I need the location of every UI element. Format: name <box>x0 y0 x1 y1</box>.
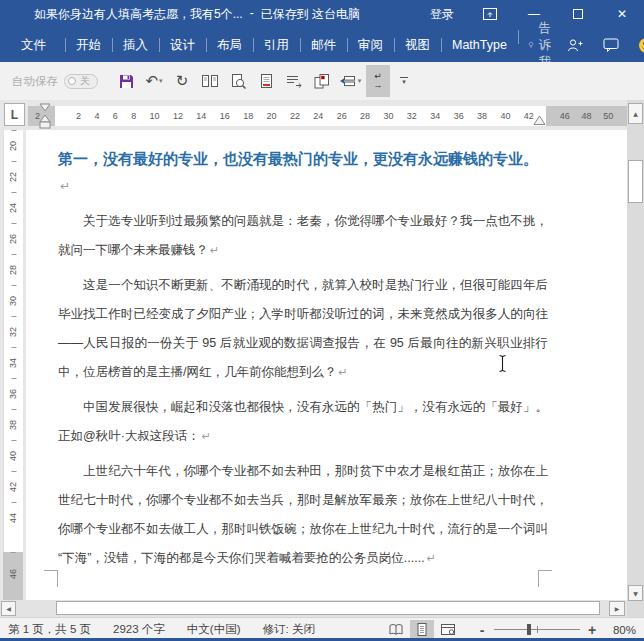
ruler-number: 46 <box>560 111 570 121</box>
close-button[interactable]: ✕ <box>600 0 644 28</box>
chevron-down-icon: ▾ <box>402 79 406 85</box>
feedback-smiley-icon[interactable] <box>639 38 644 53</box>
indent-markers[interactable] <box>38 103 52 131</box>
document-content[interactable]: 第一，没有最好的专业，也没有最热门的专业，更没有永远赚钱的专业。↵ 关于选专业听… <box>26 130 627 573</box>
redo-button[interactable]: ↻ <box>170 67 194 95</box>
horizontal-scrollbar[interactable]: ◀ ▶ <box>0 600 627 617</box>
margin-corner-mark-left <box>44 570 58 587</box>
ruler-number: 34 <box>430 111 440 121</box>
zoom-in-button[interactable]: + <box>584 622 600 638</box>
ribbon-display-options-icon <box>483 8 497 20</box>
insert-line-button[interactable]: ▾ <box>338 67 362 95</box>
scroll-up-button[interactable]: ▲ <box>628 103 643 124</box>
zoom-slider-thumb[interactable] <box>527 624 531 635</box>
zoom-slider[interactable] <box>494 629 580 630</box>
ruler-margin-right: 464850 <box>546 106 627 126</box>
page-red-underline-button[interactable] <box>254 67 278 95</box>
autosave-toggle[interactable]: 自动保存 关 <box>12 74 98 89</box>
ruler-number: 50 <box>603 111 613 121</box>
vertical-ruler-text-area: 20222426283032343638404244 <box>3 130 23 552</box>
ribbon-tab-view[interactable]: 视图 <box>394 28 441 62</box>
ribbon-tab-references[interactable]: 引用 <box>253 28 300 62</box>
document-heading[interactable]: 第一，没有最好的专业，也没有最热门的专业，更没有永远赚钱的专业。↵ <box>58 146 548 199</box>
paragraph-text: 中国发展很快，崛起和没落也都很快，没有永远的「热门」，没有永远的「最好」。正如@… <box>58 400 548 443</box>
print-preview-icon <box>230 73 247 90</box>
ribbon-tab-file[interactable]: 文件 <box>6 28 61 62</box>
list-arrow-icon <box>285 73 303 89</box>
paragraph[interactable]: 中国发展很快，崛起和没落也都很快，没有永远的「热门」，没有永远的「最好」。正如@… <box>58 393 548 451</box>
paragraph-mark-icon: ↵ <box>60 179 70 193</box>
first-line-indent-marker <box>40 104 50 111</box>
save-icon <box>118 73 135 90</box>
copy-pages-button[interactable] <box>310 67 334 95</box>
formatting-marks-toggle[interactable]: ↵ → <box>366 65 390 97</box>
scroll-down-button[interactable]: ▼ <box>628 585 643 601</box>
insert-line-dropdown-icon[interactable]: ▾ <box>358 77 362 85</box>
ribbon-tab-home[interactable]: 开始 <box>65 28 112 62</box>
ribbon-tab-strip: 文件开始插入设计布局引用邮件审阅视图MathType 告诉我 <box>0 28 644 62</box>
zoom-out-button[interactable]: - <box>474 622 490 638</box>
ruler-number: 40 <box>8 450 18 460</box>
ribbon-tab-insert[interactable]: 插入 <box>112 28 159 62</box>
ruler-number: 32 <box>407 111 417 121</box>
tab-stop-selector[interactable]: L <box>4 103 25 126</box>
track-changes-status[interactable]: 修订: 关闭 <box>263 622 315 637</box>
paragraph[interactable]: 上世纪六十年代，你哪个专业都不如去种田，那时贫下中农才是根红苗正；放你在上世纪七… <box>58 457 548 573</box>
ruler-number: 26 <box>337 111 347 121</box>
right-indent-marker[interactable] <box>533 115 546 126</box>
scroll-left-button[interactable]: ◀ <box>1 601 16 616</box>
word-window: 如果你身边有人填高考志愿，我有5个... - 已保存到 这台电脑 登录 — ✕ … <box>0 0 644 641</box>
ribbon-tab-mathtype[interactable]: MathType <box>441 28 518 62</box>
ribbon-display-options-button[interactable] <box>468 0 512 28</box>
ruler-number: 26 <box>8 233 18 243</box>
language-status[interactable]: 中文(中国) <box>187 622 241 637</box>
document-title: 如果你身边有人填高考志愿，我有5个... <box>34 6 243 23</box>
autosave-state: 关 <box>80 74 90 88</box>
ruler-number: 22 <box>8 171 18 181</box>
undo-button[interactable]: ↶ ▾ <box>142 67 166 95</box>
ribbon-tab-layout[interactable]: 布局 <box>206 28 253 62</box>
two-page-view-button[interactable] <box>198 67 222 95</box>
save-button[interactable] <box>114 67 138 95</box>
comments-icon[interactable] <box>603 38 619 52</box>
vertical-ruler[interactable]: 20222426283032343638404244 46 <box>0 130 26 600</box>
vertical-scrollbar-thumb[interactable] <box>628 160 643 203</box>
ribbon-tab-mailings[interactable]: 邮件 <box>300 28 347 62</box>
zoom-slider-center-tick <box>537 626 538 633</box>
ruler-row: L 2 246810121416182022242628303234363840… <box>0 100 644 130</box>
paragraph[interactable]: 这是一个知识不断更新、不断涌现的时代，就算入校时是热门行业，但很可能四年后毕业找… <box>58 271 548 387</box>
horizontal-scrollbar-thumb[interactable] <box>56 601 600 615</box>
sign-in-button[interactable]: 登录 <box>416 6 468 23</box>
ruler-number: 30 <box>8 295 18 305</box>
word-count-status[interactable]: 2923 个字 <box>113 622 165 637</box>
list-arrow-button[interactable] <box>282 67 306 95</box>
document-page[interactable]: 第一，没有最好的专业，也没有最热门的专业，更没有永远赚钱的专业。↵ 关于选专业听… <box>26 130 627 600</box>
scroll-right-button[interactable]: ▶ <box>609 601 625 616</box>
read-mode-button[interactable] <box>384 620 408 639</box>
vertical-scrollbar[interactable]: ▲ ▼ <box>627 100 644 617</box>
ribbon-tab-design[interactable]: 设计 <box>159 28 206 62</box>
formatting-marks-icon: ↵ → <box>374 72 383 90</box>
margin-corner-mark-right <box>538 570 552 587</box>
ruler-number: 46 <box>8 569 18 579</box>
ibeam-cursor <box>497 354 508 373</box>
ruler-number: 20 <box>267 111 277 121</box>
web-layout-button[interactable] <box>436 620 460 639</box>
two-pages-icon <box>201 73 219 89</box>
customize-qat-button[interactable]: ▾ <box>400 77 408 85</box>
zoom-percentage[interactable]: 80% <box>600 624 636 636</box>
print-preview-button[interactable] <box>226 67 250 95</box>
page-number-status[interactable]: 第 1 页，共 5 页 <box>8 622 91 637</box>
paragraph[interactable]: 关于选专业听到过最频繁的问题就是：老秦，你觉得哪个专业最好？我一点也不挑，就问一… <box>58 207 548 265</box>
ruler-number: 38 <box>477 111 487 121</box>
ribbon-tab-review[interactable]: 审阅 <box>347 28 394 62</box>
undo-dropdown-icon[interactable]: ▾ <box>159 77 163 85</box>
autosave-switch[interactable]: 关 <box>64 74 98 89</box>
paragraph-mark-icon: ↵ <box>210 244 219 257</box>
print-layout-button[interactable] <box>410 620 434 639</box>
quick-access-toolbar: 自动保存 关 ↶ ▾ ↻ <box>0 62 644 100</box>
share-icon[interactable] <box>567 38 583 53</box>
ruler-number: 32 <box>8 326 18 336</box>
autosave-switch-knob <box>68 77 76 85</box>
copy-pages-icon <box>313 73 331 90</box>
